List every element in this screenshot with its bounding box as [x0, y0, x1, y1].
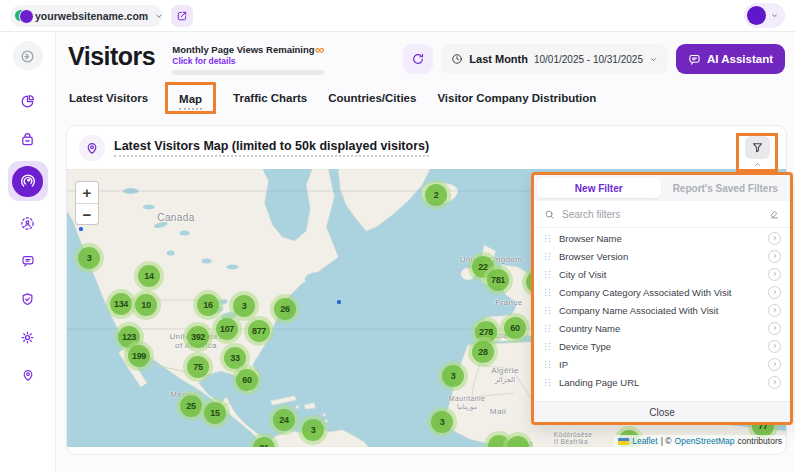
filter-item-company-name-associated-with-visit[interactable]: Company Name Associated With Visit	[534, 301, 790, 319]
chat-icon	[21, 254, 35, 268]
cluster-marker[interactable]: 392	[183, 322, 213, 352]
zoom-out-button[interactable]: −	[76, 203, 98, 224]
cluster-marker[interactable]: 60	[232, 365, 262, 395]
arrow-right-circle-icon[interactable]	[768, 358, 781, 371]
arrow-right-circle-icon[interactable]	[768, 340, 781, 353]
filter-item-label: Country Name	[559, 323, 761, 334]
drag-handle-icon[interactable]	[543, 358, 552, 371]
cluster-marker[interactable]: 3	[74, 243, 104, 273]
filter-item-country-name[interactable]: Country Name	[534, 319, 790, 337]
arrow-right-circle-icon[interactable]	[768, 322, 781, 335]
filter-item-browser-version[interactable]: Browser Version	[534, 247, 790, 265]
refresh-button[interactable]	[403, 44, 433, 74]
cluster-marker[interactable]: 3	[298, 415, 328, 445]
osm-link[interactable]: OpenStreetMap	[675, 436, 735, 446]
cluster-marker[interactable]: 26	[270, 294, 300, 324]
arrow-right-circle-icon[interactable]	[768, 232, 781, 245]
drag-handle-icon[interactable]	[543, 286, 552, 299]
drag-handle-icon[interactable]	[543, 268, 552, 281]
date-range: 10/01/2025 - 10/31/2025	[534, 54, 643, 65]
arrow-right-circle-icon[interactable]	[768, 250, 781, 263]
cluster-marker[interactable]: 10	[131, 290, 161, 320]
sidebar-item-store[interactable]	[11, 123, 45, 155]
sidebar-item-retargeting[interactable]	[11, 207, 45, 239]
tab-saved-filters[interactable]: Report's Saved Filters	[664, 178, 788, 198]
tab-latest-visitors[interactable]: Latest Visitors	[69, 92, 148, 104]
cluster-marker[interactable]: 2	[421, 180, 451, 210]
sidebar-item-messages[interactable]	[11, 245, 45, 277]
cluster-marker[interactable]: 28	[468, 337, 498, 367]
sidebar	[0, 32, 56, 472]
sidebar-toggle[interactable]	[13, 41, 43, 71]
sidebar-item-settings[interactable]	[11, 321, 45, 353]
cluster-marker[interactable]: 781	[483, 265, 513, 295]
cluster-marker[interactable]: 14	[134, 261, 164, 291]
site-name: yourwebsitename.com	[35, 10, 148, 22]
cluster-marker[interactable]: 107	[212, 314, 242, 344]
filter-search-input[interactable]	[562, 209, 762, 220]
close-button[interactable]: Close	[534, 401, 790, 422]
sidebar-item-dashboard[interactable]	[11, 85, 45, 117]
drag-handle-icon[interactable]	[543, 304, 552, 317]
tab-new-filter[interactable]: New Filter	[537, 178, 661, 198]
quota-widget: Monthly Page Views Remaining Click for d…	[172, 44, 324, 75]
clock-icon	[451, 53, 463, 65]
sidebar-item-security[interactable]	[11, 283, 45, 315]
filter-item-device-type[interactable]: Device Type	[534, 337, 790, 355]
cluster-marker[interactable]: 24	[269, 405, 299, 435]
drag-handle-icon[interactable]	[543, 232, 552, 245]
panel-toggle-icon	[20, 49, 35, 64]
drag-handle-icon[interactable]	[543, 376, 552, 389]
map-label: France	[495, 298, 522, 307]
tab-map[interactable]: Map	[179, 93, 202, 110]
filter-button[interactable]	[745, 136, 770, 159]
shield-check-icon	[20, 292, 35, 307]
cluster-marker[interactable]: 15	[200, 398, 230, 428]
open-site-button[interactable]	[171, 5, 193, 27]
arrow-right-circle-icon[interactable]	[768, 304, 781, 317]
cluster-marker[interactable]: 60	[500, 313, 530, 343]
cluster-marker[interactable]: 75	[183, 352, 213, 382]
ai-assistant-button[interactable]: AI Assistant	[676, 44, 785, 74]
cluster-marker[interactable]: 21	[249, 433, 279, 447]
filter-item-browser-name[interactable]: Browser Name	[534, 229, 790, 247]
cluster-marker[interactable]: 199	[124, 341, 154, 371]
filter-panel: New Filter Report's Saved Filters Browse…	[531, 172, 793, 425]
single-visitor-dot[interactable]	[337, 300, 341, 304]
filter-item-ip[interactable]: IP	[534, 355, 790, 373]
drag-handle-icon[interactable]	[543, 250, 552, 263]
cluster-marker[interactable]: 3	[427, 407, 457, 437]
cluster-marker[interactable]: 3	[438, 361, 468, 391]
sidebar-item-location[interactable]	[11, 359, 45, 391]
date-range-picker[interactable]: Last Month 10/01/2025 - 10/31/2025	[441, 44, 668, 74]
leaflet-link[interactable]: Leaflet	[632, 436, 658, 446]
user-menu[interactable]	[744, 3, 785, 28]
single-visitor-dot[interactable]	[79, 227, 83, 231]
map-label: Mauritanie	[449, 395, 486, 402]
tab-traffic-charts[interactable]: Traffic Charts	[233, 92, 307, 104]
radar-icon	[20, 173, 36, 189]
map-label: موريتانيا	[457, 403, 477, 410]
tab-visitor-company-distribution[interactable]: Visitor Company Distribution	[437, 92, 596, 104]
drag-handle-icon[interactable]	[543, 340, 552, 353]
ai-assistant-label: AI Assistant	[707, 53, 773, 65]
tab-countries-cities[interactable]: Countries/Cities	[328, 92, 416, 104]
map-label: Mali	[490, 407, 506, 416]
arrow-right-circle-icon[interactable]	[768, 286, 781, 299]
filter-item-city-of-visit[interactable]: City of Visit	[534, 265, 790, 283]
cluster-marker[interactable]: 877	[244, 316, 274, 346]
zoom-in-button[interactable]: +	[76, 182, 98, 203]
filter-item-landing-page-url[interactable]: Landing Page URL	[534, 373, 790, 391]
quota-details-link[interactable]: Click for details	[172, 56, 314, 66]
clear-search-icon[interactable]	[769, 209, 780, 220]
funnel-icon	[751, 141, 764, 154]
map-label: Canada	[157, 212, 194, 223]
map-pin-badge	[79, 135, 105, 161]
filter-item-label: Company Name Associated With Visit	[559, 305, 761, 316]
site-selector[interactable]: yourwebsitename.com	[10, 5, 162, 27]
drag-handle-icon[interactable]	[543, 322, 552, 335]
sidebar-item-visitors[interactable]	[8, 161, 48, 201]
arrow-right-circle-icon[interactable]	[768, 268, 781, 281]
arrow-right-circle-icon[interactable]	[768, 376, 781, 389]
filter-item-company-category-associated-with-visit[interactable]: Company Category Associated With Visit	[534, 283, 790, 301]
